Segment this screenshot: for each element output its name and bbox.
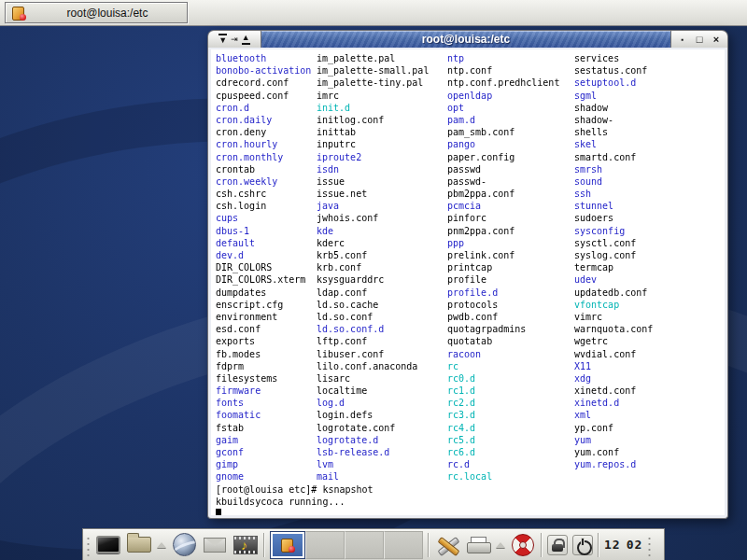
lock-screen-button[interactable] (547, 535, 568, 555)
file-entry: ntp (447, 52, 574, 64)
settings-tools-icon[interactable] (434, 532, 460, 558)
file-entry: exports (216, 335, 317, 347)
file-entry: dev.d (216, 249, 317, 261)
file-entry: quotatab (447, 335, 574, 347)
file-entry: setuptool.d (574, 77, 725, 89)
file-entry: profile.d (447, 287, 574, 299)
file-entry: dbus-1 (216, 225, 317, 237)
file-entry: gimp (216, 458, 317, 470)
window-titlebar[interactable]: ▼ ⇥ ▲ root@louisa:/etc ▪ □ × (207, 30, 728, 48)
file-entry: X11 (574, 360, 725, 372)
multimedia-film-icon[interactable] (233, 532, 259, 558)
file-entry: im_palette.pal (317, 52, 447, 64)
titlebar-right-tab: ▪ □ × (670, 30, 728, 48)
file-entry: ntp.conf (447, 64, 574, 77)
file-entry: kde (317, 225, 447, 237)
printer-glyph-icon (467, 537, 489, 553)
minimize-button[interactable]: ▪ (676, 35, 689, 45)
file-entry: krb.conf (317, 261, 447, 273)
file-entry: gaim (216, 434, 317, 446)
terminal-prompt-line: [root@louisa etc]# ksnapshot (216, 483, 725, 496)
file-entry: ld.so.conf (317, 311, 447, 323)
file-entry: fdprm (216, 360, 317, 372)
file-entry: ntp.conf.predhclient (447, 77, 574, 89)
logout-power-button[interactable] (572, 535, 593, 555)
file-entry: gnome (216, 470, 317, 483)
envelope-icon (204, 538, 226, 553)
top-taskbar: root@louisa:/etc (0, 0, 747, 26)
file-entry: login.defs (317, 409, 447, 421)
file-entry: bluetooth (216, 52, 317, 64)
file-entry: lsb-release.d (317, 446, 447, 458)
maximize-button[interactable]: □ (693, 35, 706, 45)
file-entry: ld.so.conf.d (317, 323, 447, 335)
file-entry: cron.hourly (216, 138, 317, 150)
web-browser-globe-icon[interactable] (171, 532, 197, 558)
lock-icon (552, 539, 563, 552)
taskbar-entry-root-louisa-etc[interactable]: root@louisa:/etc (5, 2, 188, 23)
file-entry: paper.config (447, 151, 574, 163)
file-entry: environment (216, 311, 317, 323)
panel-grip-right[interactable] (647, 534, 652, 556)
close-button[interactable]: × (710, 35, 723, 45)
file-entry: foomatic (216, 409, 317, 421)
panel-taskbar (270, 531, 423, 559)
file-entry: rc1.d (447, 385, 574, 397)
file-entry: xdg (574, 372, 725, 385)
file-entry: yum (574, 434, 725, 446)
file-entry: logrotate.d (317, 434, 447, 446)
file-entry: pnm2ppa.conf (447, 225, 574, 237)
file-entry: shells (574, 126, 725, 138)
active-task-button[interactable] (270, 531, 305, 559)
clock-minutes: 02 (627, 538, 643, 552)
file-entry: ssh (574, 188, 725, 200)
popup-arrow-icon[interactable] (496, 542, 505, 548)
file-entry: fonts (216, 397, 317, 409)
file-entry: DIR_COLORS (216, 261, 317, 273)
printer-icon[interactable] (465, 532, 491, 558)
file-entry: bonobo-activation (216, 64, 317, 77)
file-entry: default (216, 237, 317, 249)
file-entry: sysctl.conf (574, 237, 725, 249)
terminal-cursor-line (216, 508, 725, 515)
file-entry: skel (574, 138, 725, 150)
file-entry: isdn (317, 163, 447, 175)
file-entry: services (574, 52, 725, 64)
panel-clock[interactable]: 12 02 (604, 538, 642, 552)
terminal-monitor-icon[interactable] (95, 532, 121, 558)
file-entry: prelink.conf (447, 249, 574, 261)
panel-grip-left[interactable] (86, 534, 91, 556)
file-entry: sestatus.conf (574, 64, 725, 77)
file-entry: pcmcia (447, 200, 574, 212)
terminal-screen[interactable]: bluetoothbonobo-activationcdrecord.confc… (211, 49, 725, 515)
mail-envelope-icon[interactable] (202, 532, 228, 558)
lifering-icon (512, 534, 534, 556)
file-entry: sysconfig (574, 225, 725, 237)
file-entry: cron.d (216, 102, 317, 114)
file-entry: pinforc (447, 212, 574, 224)
file-entry: lftp.conf (317, 335, 447, 347)
file-entry: quotagrpadmins (447, 323, 574, 335)
app-box-icon (11, 6, 26, 21)
file-entry: csh.login (216, 200, 317, 212)
home-folder-icon[interactable] (126, 532, 152, 558)
file-entry: vimrc (574, 311, 725, 323)
film-icon (233, 536, 258, 554)
file-entry: inittab (317, 126, 447, 138)
file-entry: lvm (317, 458, 447, 470)
window-eject-icon[interactable]: ▲ (242, 34, 250, 45)
window-shade-icon[interactable]: ▼ (218, 34, 227, 45)
file-entry: updatedb.conf (574, 287, 725, 299)
window-attach-icon[interactable]: ⇥ (231, 35, 238, 44)
file-entry: dumpdates (216, 287, 317, 299)
help-lifering-icon[interactable] (510, 532, 536, 558)
popup-arrow-icon[interactable] (157, 542, 166, 548)
file-entry: rc5.d (447, 434, 574, 446)
file-entry: passwd- (447, 175, 574, 188)
file-entry: ppp (447, 237, 574, 249)
file-entry: firmware (216, 385, 317, 397)
titlebar-center: root@louisa:/etc (261, 30, 670, 48)
file-entry: xinetd.d (574, 397, 725, 409)
file-entry: ldap.conf (317, 287, 447, 299)
file-entry: sgml (574, 90, 725, 102)
